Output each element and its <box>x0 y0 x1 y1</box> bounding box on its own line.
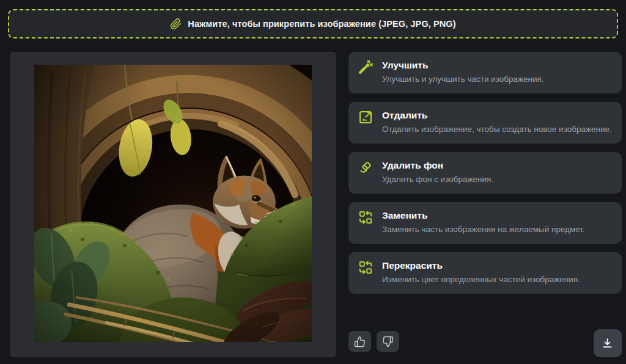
action-button-zoom-out[interactable]: Отдалить Отдалить изображение, чтобы соз… <box>348 102 622 144</box>
recolor-icon <box>358 260 373 275</box>
thumbs-down-button[interactable] <box>377 331 399 352</box>
actions-column: Улучшить Улучшить и улучшить части изобр… <box>348 52 622 357</box>
feedback-bar <box>348 329 622 357</box>
action-title-zoom-out: Отдалить <box>382 109 612 122</box>
download-button[interactable] <box>594 329 622 357</box>
action-button-recolor[interactable]: Перекрасить Изменить цвет определенных ч… <box>348 252 622 294</box>
action-desc-replace: Заменить часть изображения на желаемый п… <box>382 224 585 235</box>
action-desc-enhance: Улучшить и улучшить части изображения. <box>382 74 544 84</box>
action-title-recolor: Перекрасить <box>382 260 580 272</box>
thumbs-up-button[interactable] <box>348 331 371 352</box>
action-title-replace: Заменить <box>382 209 585 222</box>
generated-image-panel <box>10 52 336 357</box>
action-title-enhance: Улучшить <box>382 59 544 71</box>
paperclip-icon <box>170 18 182 30</box>
action-desc-zoom-out: Отдалить изображение, чтобы создать ново… <box>382 124 612 134</box>
feedback-buttons <box>348 331 399 352</box>
action-button-remove-background[interactable]: Удалить фон Удалить фон с изображения. <box>348 152 622 194</box>
action-title-remove-background: Удалить фон <box>382 159 493 172</box>
action-button-replace[interactable]: Заменить Заменить часть изображения на ж… <box>348 202 622 244</box>
attach-label: Нажмите, чтобы прикрепить изображение (J… <box>188 19 455 29</box>
zoom-out-image-icon <box>358 110 373 125</box>
thumbs-down-icon <box>382 336 394 348</box>
attach-image-dropzone[interactable]: Нажмите, чтобы прикрепить изображение (J… <box>8 9 618 38</box>
action-desc-remove-background: Удалить фон с изображения. <box>382 174 493 184</box>
actions-list: Улучшить Улучшить и улучшить части изобр… <box>348 52 622 294</box>
thumbs-up-icon <box>354 336 366 348</box>
fox-photo-image <box>34 65 312 342</box>
action-button-enhance[interactable]: Улучшить Улучшить и улучшить части изобр… <box>348 52 622 93</box>
main-area: Улучшить Улучшить и улучшить части изобр… <box>10 52 619 357</box>
eraser-icon <box>358 160 373 175</box>
action-desc-recolor: Изменить цвет определенных частей изобра… <box>382 274 580 285</box>
app-root: Нажмите, чтобы прикрепить изображение (J… <box>0 9 626 357</box>
magic-wand-icon <box>358 60 373 75</box>
replace-icon <box>358 210 373 225</box>
download-icon <box>601 337 614 350</box>
fox-scene-illustration <box>34 65 312 342</box>
